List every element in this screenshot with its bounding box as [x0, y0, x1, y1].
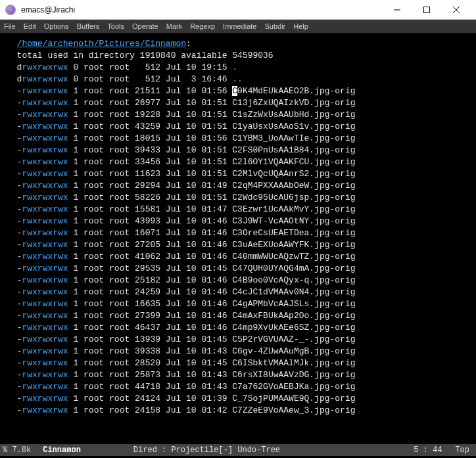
dired-file-entry[interactable]: C1sZzWxUsAAUbHd.jpg-orig	[232, 110, 355, 120]
dired-file-entry[interactable]: C3OreCsUEAETDea.jpg-orig	[232, 228, 355, 238]
dired-file-entry[interactable]: C4mp9XvUkAEe6SZ.jpg-orig	[232, 323, 355, 332]
menu-mark[interactable]: Mark	[166, 22, 182, 30]
modeline-buffer-name: Cinnamon	[43, 446, 81, 455]
modeline-percent: % 7.8k	[3, 446, 31, 455]
minimize-button[interactable]	[382, 0, 412, 19]
menu-file[interactable]: File	[4, 22, 16, 30]
menu-regexp[interactable]: Regexp	[190, 22, 215, 30]
dired-file-entry[interactable]: C4gAPMbVcAAJSLs.jpg-orig	[232, 299, 355, 309]
dired-file-entry[interactable]: C6gv-4ZUwAAuMgB.jpg-orig	[232, 346, 355, 356]
titlebar[interactable]: emacs@Jirachi	[0, 0, 476, 20]
dired-file-entry[interactable]: C6ISbktVMAAlMJk.jpg-orig	[232, 358, 355, 368]
dired-file-entry[interactable]: 0K4MdEUkAAEO2B.jpg-orig	[237, 86, 355, 96]
modeline-scroll: Top	[455, 446, 469, 455]
menu-edit[interactable]: Edit	[24, 22, 36, 30]
dired-file-entry[interactable]: C7ZZeE9VoAAew_3.jpg-orig	[232, 405, 355, 415]
modeline-major-mode: Dired : Projectile[-] Undo-Tree	[133, 446, 414, 455]
dired-file-entry[interactable]: C3Ezwr1UcAAkMvY.jpg-orig	[232, 204, 355, 214]
dired-file-entry[interactable]: C4B9oo0VcAQyx-q.jpg-orig	[232, 275, 355, 285]
menu-subdir[interactable]: Subdir	[264, 22, 285, 30]
dired-file-entry[interactable]: C2Wdc95UcAU6jsp.jpg-orig	[232, 193, 355, 202]
svg-rect-1	[423, 7, 429, 12]
dired-path[interactable]: /home/archenoth/Pictures/Cinnamon	[17, 39, 186, 49]
dired-file-entry[interactable]: C40mmWWUcAQzwTZ.jpg-orig	[232, 252, 355, 262]
dired-file-entry[interactable]: C6rsXI8UwAAVzDG.jpg-orig	[232, 370, 355, 380]
emacs-icon	[5, 5, 16, 15]
dired-file-entry[interactable]: C4cJC1dVMAAv0N4.jpg-orig	[232, 287, 355, 297]
dired-dir-entry[interactable]: ..	[232, 74, 243, 84]
menubar: File Edit Options Buffers Tools Operate …	[0, 20, 476, 33]
dired-dir-entry[interactable]: .	[232, 62, 237, 72]
modeline: % 7.8k Cinnamon Dired : Projectile[-] Un…	[0, 444, 476, 456]
close-button[interactable]	[441, 0, 471, 19]
dired-file-entry[interactable]: C1yaUsxUsAAoS1v.jpg-orig	[232, 122, 355, 131]
dired-file-entry[interactable]: C3J9WT-VcAAOtNY.jpg-orig	[232, 216, 355, 226]
window-title: emacs@Jirachi	[21, 5, 382, 14]
modeline-position: 5 : 44	[414, 446, 442, 455]
dired-file-entry[interactable]: C1YBM3_UoAAwTIe.jpg-orig	[232, 133, 355, 143]
dired-file-entry[interactable]: C4mAxFBUkAAp2Oo.jpg-orig	[232, 311, 355, 321]
dired-file-entry[interactable]: C7a762GVoAEBJKa.jpg-orig	[232, 382, 355, 392]
menu-operate[interactable]: Operate	[132, 22, 158, 30]
point-cursor: C	[232, 86, 237, 96]
menu-options[interactable]: Options	[44, 22, 69, 30]
dired-file-entry[interactable]: C2MlvQcUQAAnrS2.jpg-orig	[232, 169, 355, 179]
dired-file-entry[interactable]: C5P2rVGVUAAZ-_-.jpg-orig	[232, 334, 355, 344]
dired-file-entry[interactable]: C2l6OY1VQAAKFCU.jpg-orig	[232, 157, 355, 167]
menu-help[interactable]: Help	[293, 22, 308, 30]
maximize-button[interactable]	[412, 0, 441, 19]
dired-file-entry[interactable]: C47QUH0UYAQG4mA.jpg-orig	[232, 263, 355, 273]
menu-buffers[interactable]: Buffers	[77, 22, 100, 30]
dired-buffer[interactable]: /home/archenoth/Pictures/Cinnamon: total…	[0, 35, 476, 444]
dired-file-entry[interactable]: C3uAeEXUoAAWYFK.jpg-orig	[232, 240, 355, 250]
menu-immediate[interactable]: Immediate	[223, 22, 256, 30]
menu-tools[interactable]: Tools	[107, 22, 124, 30]
dired-file-entry[interactable]: C2qM4PXXAAAbOeW.jpg-orig	[232, 181, 355, 191]
window-controls	[382, 0, 471, 19]
dired-file-entry[interactable]: C2FS0PnUsAA1B84.jpg-orig	[232, 145, 355, 155]
dired-file-entry[interactable]: C_7SojPUMAAWE9Q.jpg-orig	[232, 394, 355, 403]
dired-file-entry[interactable]: C13j6ZxUQAIzkVD.jpg-orig	[232, 98, 355, 108]
